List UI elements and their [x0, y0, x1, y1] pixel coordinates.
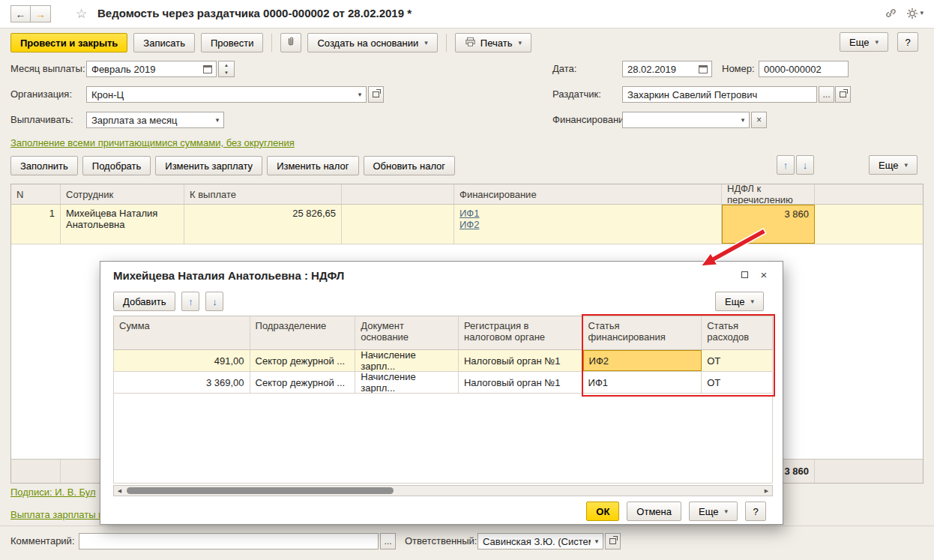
signatures-link[interactable]: Подписи: И. В. Бул [10, 487, 96, 498]
cell-sum[interactable]: 491,00 [114, 350, 250, 371]
column-header-sum[interactable]: Сумма [114, 316, 250, 349]
cell-fin-item[interactable]: ИФ1 [583, 372, 702, 393]
cell-department[interactable]: Сектор дежурной ... [250, 372, 356, 393]
table-empty-area[interactable] [113, 394, 773, 484]
dispenser-field[interactable]: Захаркин Савелий Петрович [622, 86, 817, 103]
payout-month-field[interactable]: Февраль 2019 [86, 61, 217, 77]
column-header-registration[interactable]: Регистрация в налоговом органе [459, 316, 583, 349]
table-row[interactable]: 1 Михейцева Наталия Анатольевна 25 826,6… [11, 205, 923, 244]
cell-n[interactable]: 1 [11, 205, 61, 244]
link-icon[interactable] [885, 7, 897, 19]
grid-toolbar: Заполнить Подобрать Изменить зарплату Из… [10, 155, 455, 176]
cell-exp-item[interactable]: ОТ [702, 372, 772, 393]
dialog-help-button[interactable]: ? [745, 502, 766, 521]
cell-sum[interactable]: 3 369,00 [114, 372, 250, 393]
financing-link[interactable]: ИФ1 [460, 208, 479, 219]
financing-clear-button[interactable]: × [751, 112, 767, 128]
scrollbar-thumb[interactable] [127, 487, 394, 494]
table-row[interactable]: 3 369,00 Сектор дежурной ... Начисление … [113, 372, 773, 394]
pick-button[interactable]: Подобрать [82, 156, 151, 175]
gear-icon[interactable]: ▾ [906, 7, 924, 19]
change-tax-button[interactable]: Изменить налог [267, 156, 358, 175]
more-button[interactable]: Еще ▾ [840, 32, 888, 52]
attachments-button[interactable] [280, 33, 301, 52]
cell-ndfl-focused[interactable]: 3 860 [722, 205, 815, 244]
change-salary-button[interactable]: Изменить зарплату [155, 156, 262, 175]
dialog-move-down-button[interactable]: ↓ [205, 292, 223, 311]
comment-choose-button[interactable]: ... [380, 533, 396, 550]
dispenser-open-button[interactable] [835, 86, 851, 103]
cell-empty[interactable] [815, 205, 923, 244]
dialog-footer-more-button[interactable]: Еще ▾ [689, 502, 738, 521]
create-based-on-button[interactable]: Создать на основании ▾ [307, 33, 437, 52]
comment-input[interactable] [79, 533, 379, 550]
column-header-financing[interactable]: Финансирование [454, 184, 722, 204]
organization-open-button[interactable] [368, 86, 384, 103]
column-header-fin-item[interactable]: Статья финансирования [583, 316, 702, 349]
fill-button[interactable]: Заполнить [10, 156, 78, 175]
column-header-to-pay[interactable]: К выплате [184, 184, 342, 204]
column-header-exp-item[interactable]: Статья расходов [702, 316, 772, 349]
calendar-icon[interactable] [699, 65, 708, 73]
refresh-tax-button[interactable]: Обновить налог [364, 156, 456, 175]
responsible-field[interactable]: Савинская З.Ю. (Систем ▾ [477, 533, 603, 550]
column-header-department[interactable]: Подразделение [250, 316, 356, 349]
financing-link[interactable]: ИФ2 [460, 219, 479, 230]
column-header-document[interactable]: Документ основание [355, 316, 459, 349]
chevron-down-icon[interactable]: ▾ [591, 534, 603, 549]
scroll-right-icon[interactable]: ▶ [761, 486, 772, 496]
add-button[interactable]: Добавить [113, 292, 175, 311]
fill-amounts-link[interactable]: Заполнение всеми причитающимися суммами,… [10, 137, 295, 148]
cell-registration[interactable]: Налоговый орган №1 [459, 372, 583, 393]
spin-down-icon[interactable]: ▼ [219, 69, 234, 76]
column-header-n[interactable]: N [11, 184, 61, 204]
dispenser-choose-button[interactable]: ... [819, 86, 834, 103]
dialog-more-button[interactable]: Еще ▾ [715, 292, 764, 311]
cell-fin-item-focused[interactable]: ИФ2 [583, 350, 702, 371]
scrollbar-track[interactable] [125, 486, 761, 496]
help-button[interactable]: ? [897, 32, 918, 52]
back-button[interactable]: ← [10, 5, 31, 22]
cell-employee[interactable]: Михейцева Наталия Анатольевна [61, 205, 184, 244]
column-header-employee[interactable]: Сотрудник [61, 184, 184, 204]
scroll-left-icon[interactable]: ◀ [114, 486, 125, 496]
responsible-open-button[interactable] [605, 533, 621, 550]
grid-more-button[interactable]: Еще ▾ [869, 155, 918, 175]
ok-button[interactable]: ОК [586, 502, 619, 521]
number-field[interactable]: 0000-000002 [759, 61, 849, 77]
close-button[interactable]: × [757, 268, 771, 281]
cell-financing[interactable]: ИФ1 ИФ2 [454, 205, 722, 244]
cell-document[interactable]: Начисление зарпл... [355, 350, 459, 371]
date-field[interactable]: 28.02.2019 [622, 61, 712, 77]
horizontal-scrollbar[interactable]: ◀ ▶ [113, 485, 773, 496]
payout-type-field[interactable]: Зарплата за месяц ▾ [86, 112, 224, 128]
post-and-close-button[interactable]: Провести и закрыть [10, 33, 127, 52]
move-down-button[interactable]: ↓ [796, 155, 814, 175]
spin-up-icon[interactable]: ▲ [219, 61, 234, 69]
forward-button[interactable]: → [31, 5, 51, 22]
cell-document[interactable]: Начисление зарпл... [355, 372, 459, 393]
cell-registration[interactable]: Налоговый орган №1 [459, 350, 583, 371]
table-row[interactable]: 491,00 Сектор дежурной ... Начисление за… [113, 350, 773, 372]
favorites-star-icon[interactable]: ☆ [76, 6, 87, 22]
chevron-down-icon[interactable]: ▾ [211, 112, 223, 127]
financing-field[interactable]: ▾ [622, 112, 750, 128]
chevron-down-icon[interactable]: ▾ [354, 87, 366, 102]
dialog-move-up-button[interactable]: ↑ [181, 292, 199, 311]
cell-to-pay[interactable]: 25 826,65 [184, 205, 342, 244]
calendar-icon[interactable] [203, 65, 212, 73]
cancel-button[interactable]: Отмена [627, 502, 681, 521]
month-spinner[interactable]: ▲ ▼ [218, 61, 235, 77]
organization-field[interactable]: Крон-Ц ▾ [86, 86, 367, 103]
post-button[interactable]: Провести [201, 33, 264, 52]
chevron-down-icon[interactable]: ▾ [737, 112, 749, 127]
print-button[interactable]: Печать ▾ [455, 33, 531, 52]
cell-empty[interactable] [342, 205, 454, 244]
write-button[interactable]: Записать [133, 33, 195, 52]
move-up-button[interactable]: ↑ [777, 155, 795, 175]
cell-department[interactable]: Сектор дежурной ... [250, 350, 356, 371]
cell-exp-item[interactable]: ОТ [702, 350, 772, 371]
payout-link[interactable]: Выплата зарплаты и [10, 509, 103, 520]
maximize-button[interactable] [738, 268, 751, 281]
column-header-ndfl[interactable]: НДФЛ к перечислению [722, 184, 815, 204]
